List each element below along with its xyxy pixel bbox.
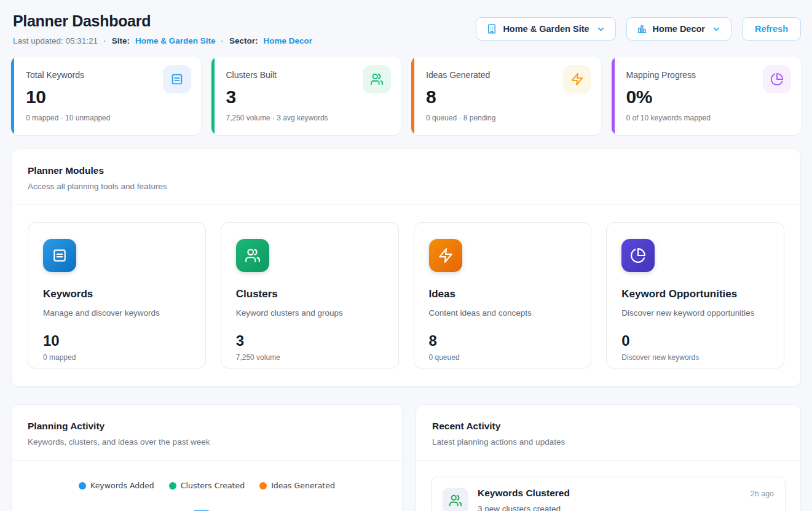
stat-accent-bar xyxy=(11,57,14,135)
stat-subtext: 7,250 volume · 3 avg keywords xyxy=(226,114,389,122)
header-meta: Last updated: 05:31:21 · Site: Home & Ga… xyxy=(11,36,312,45)
stat-accent-bar xyxy=(211,57,215,135)
header-controls: Home & Garden Site Home Decor Refresh xyxy=(476,17,801,41)
planner-dashboard-page: Planner Dashboard Last updated: 05:31:21… xyxy=(0,0,812,511)
module-value: 10 xyxy=(43,332,191,349)
stat-card-clusters-built[interactable]: Clusters Built 3 7,250 volume · 3 avg ke… xyxy=(211,57,401,135)
module-card-ideas[interactable]: Ideas Content ideas and concepts 8 0 que… xyxy=(414,222,592,369)
module-subtext: 0 mapped xyxy=(43,353,191,362)
activity-item-description: 3 new clusters created xyxy=(478,504,774,511)
stat-card-ideas-generated[interactable]: Ideas Generated 8 0 queued · 8 pending xyxy=(411,57,601,135)
bar-chart-icon xyxy=(637,24,647,34)
site-label: Site: xyxy=(112,36,130,45)
sector-selector-label: Home Decor xyxy=(653,24,705,34)
sector-link[interactable]: Home Decor xyxy=(263,36,312,45)
last-updated-text: Last updated: 05:31:21 xyxy=(13,36,98,45)
legend-dot-green xyxy=(169,482,176,490)
module-value: 3 xyxy=(236,332,384,349)
module-description: Content ideas and concepts xyxy=(429,308,577,318)
module-subtext: 7,250 volume xyxy=(236,353,384,362)
legend-item-keywords-added[interactable]: Keywords Added xyxy=(79,481,154,490)
module-value: 8 xyxy=(429,332,577,349)
sector-selector-dropdown[interactable]: Home Decor xyxy=(626,17,731,41)
module-subtext: 0 queued xyxy=(429,353,577,362)
module-description: Manage and discover keywords xyxy=(43,308,191,318)
legend-label: Clusters Created xyxy=(181,481,245,490)
bolt-icon xyxy=(563,65,591,93)
module-card-keywords[interactable]: Keywords Manage and discover keywords 10… xyxy=(28,222,206,369)
users-icon xyxy=(443,488,468,511)
bottom-row: Planning Activity Keywords, clusters, an… xyxy=(11,404,801,511)
activity-item-content: Keywords Clustered 2h ago 3 new clusters… xyxy=(478,488,774,511)
legend-item-clusters-created[interactable]: Clusters Created xyxy=(169,481,245,490)
site-selector-dropdown[interactable]: Home & Garden Site xyxy=(476,17,615,41)
planning-activity-subtitle: Keywords, clusters, and ideas over the p… xyxy=(28,437,386,447)
chart-plot-area[interactable]: 25 24 xyxy=(46,505,397,511)
planning-activity-title: Planning Activity xyxy=(28,421,386,432)
site-link[interactable]: Home & Garden Site xyxy=(135,36,216,45)
users-icon xyxy=(236,239,269,272)
activity-item-time: 2h ago xyxy=(751,490,774,498)
page-header: Planner Dashboard Last updated: 05:31:21… xyxy=(11,12,801,45)
stat-subtext: 0 of 10 keywords mapped xyxy=(626,114,789,122)
module-title: Ideas xyxy=(429,288,577,300)
module-title: Keyword Opportunities xyxy=(621,288,769,300)
module-title: Keywords xyxy=(43,288,191,300)
site-selector-label: Home & Garden Site xyxy=(503,24,589,34)
recent-activity-panel: Recent Activity Latest planning actions … xyxy=(416,404,801,511)
stat-subtext: 0 queued · 8 pending xyxy=(426,114,589,122)
pie-chart-icon xyxy=(621,239,655,272)
chevron-down-icon xyxy=(595,25,605,34)
recent-activity-title: Recent Activity xyxy=(432,421,784,432)
legend-item-ideas-generated[interactable]: Ideas Generated xyxy=(259,481,335,490)
activity-chart: 25 25 24 xyxy=(12,505,402,511)
modules-panel-header: Planner Modules Access all planning tool… xyxy=(12,149,800,205)
chart-legend: Keywords Added Clusters Created Ideas Ge… xyxy=(12,481,402,490)
legend-label: Keywords Added xyxy=(90,481,154,490)
stat-card-mapping-progress[interactable]: Mapping Progress 0% 0 of 10 keywords map… xyxy=(612,57,802,135)
module-subtext: Discover new keywords xyxy=(621,353,769,362)
module-card-clusters[interactable]: Clusters Keyword clusters and groups 3 7… xyxy=(221,222,399,369)
document-icon xyxy=(163,65,191,93)
module-description: Discover new keyword opportunities xyxy=(621,308,769,318)
stat-accent-bar xyxy=(612,57,615,135)
legend-dot-orange xyxy=(259,482,267,490)
module-card-keyword-opportunities[interactable]: Keyword Opportunities Discover new keywo… xyxy=(606,222,784,369)
planning-activity-header: Planning Activity Keywords, clusters, an… xyxy=(12,405,402,461)
document-icon xyxy=(43,239,76,272)
stat-accent-bar xyxy=(411,57,414,135)
activity-item-keywords-clustered[interactable]: Keywords Clustered 2h ago 3 new clusters… xyxy=(431,477,786,511)
bolt-icon xyxy=(429,239,462,272)
stat-card-total-keywords[interactable]: Total Keywords 10 0 mapped · 10 unmapped xyxy=(11,57,201,135)
recent-activity-header: Recent Activity Latest planning actions … xyxy=(416,405,800,461)
legend-dot-blue xyxy=(79,482,86,490)
stats-row: Total Keywords 10 0 mapped · 10 unmapped… xyxy=(11,57,801,135)
recent-activity-list: Keywords Clustered 2h ago 3 new clusters… xyxy=(416,461,800,511)
users-icon xyxy=(363,65,391,93)
modules-grid: Keywords Manage and discover keywords 10… xyxy=(12,205,800,386)
sector-label: Sector: xyxy=(229,36,258,45)
refresh-button[interactable]: Refresh xyxy=(742,17,801,41)
planner-modules-panel: Planner Modules Access all planning tool… xyxy=(11,149,801,387)
modules-panel-title: Planner Modules xyxy=(28,165,784,176)
recent-activity-subtitle: Latest planning actions and updates xyxy=(432,437,784,447)
meta-separator: · xyxy=(103,36,106,45)
legend-label: Ideas Generated xyxy=(271,481,335,490)
activity-item-title: Keywords Clustered xyxy=(478,488,570,499)
page-title: Planner Dashboard xyxy=(11,12,312,30)
area-chart-svg xyxy=(46,505,397,511)
modules-panel-subtitle: Access all planning tools and features xyxy=(28,182,784,191)
planning-activity-panel: Planning Activity Keywords, clusters, an… xyxy=(11,404,403,511)
pie-chart-icon xyxy=(763,65,791,93)
module-description: Keyword clusters and groups xyxy=(236,308,384,318)
building-icon xyxy=(486,23,497,34)
meta-separator: · xyxy=(221,36,224,45)
module-title: Clusters xyxy=(236,288,384,300)
chevron-down-icon xyxy=(711,25,721,34)
module-value: 0 xyxy=(621,332,769,349)
stat-subtext: 0 mapped · 10 unmapped xyxy=(26,114,189,122)
